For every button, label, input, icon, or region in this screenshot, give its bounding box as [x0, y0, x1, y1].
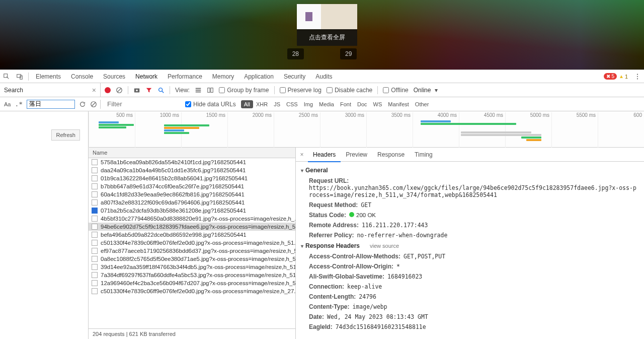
record-button[interactable] [105, 87, 111, 93]
warning-count-badge[interactable]: 1 [619, 74, 628, 80]
filter-icon[interactable] [145, 87, 152, 94]
waterfall-tick: 4000 ms [413, 112, 459, 148]
filter-toolbar: Aa .* Hide data URLs AllXHRJSCSSImgMedia… [0, 97, 644, 111]
group-by-frame-checkbox[interactable]: Group by frame [219, 87, 269, 94]
device-toggle-icon[interactable] [13, 70, 26, 83]
request-row[interactable]: 5758a1b6cea09ab826da554b2410f1cd.jpg?168… [89, 158, 295, 166]
waterfall-overview[interactable]: 500 ms1000 ms1500 ms2000 ms2500 ms3000 m… [89, 111, 644, 148]
request-row[interactable]: ef97ac877aeceb17190256836bdd6d37.jpg?x-o… [89, 247, 295, 255]
tab-network[interactable]: Network [130, 70, 163, 83]
request-name: befa496ab5d09a822dce0bd86592e998.jpg?168… [101, 232, 247, 238]
tab-performance[interactable]: Performance [163, 70, 207, 83]
page-dots: 28 29 [0, 48, 644, 59]
clear-icon[interactable] [116, 87, 123, 94]
hide-data-urls-checkbox[interactable]: Hide data URLs [185, 101, 236, 108]
request-row[interactable]: a807f3a2e883122f609c69da67964606.jpg?168… [89, 198, 295, 207]
filter-type-media[interactable]: Media [316, 100, 337, 108]
match-case-toggle[interactable]: Aa [4, 101, 11, 107]
filter-type-doc[interactable]: Doc [354, 100, 370, 108]
filter-type-xhr[interactable]: XHR [253, 100, 271, 108]
tab-audits[interactable]: Audits [310, 70, 337, 83]
request-name: ef97ac877aeceb17190256836bdd6d37.jpg?x-o… [101, 248, 295, 254]
throttling-select[interactable]: Online [414, 87, 438, 94]
svg-rect-11 [196, 90, 201, 91]
request-row[interactable]: 12a969460ef4c2ba3ce56b094f67d207.jpg?x-o… [89, 279, 295, 287]
request-row[interactable]: 01b9ca13622284e86415b2c88ab56041.jpg?168… [89, 174, 295, 182]
file-icon [92, 224, 98, 230]
request-row[interactable]: 4b5bf310c2779448650a0d8388820e91.jpg?x-o… [89, 215, 295, 223]
status-code-key: Status Code: [309, 212, 346, 219]
close-icon[interactable]: × [92, 86, 96, 94]
tab-console[interactable]: Console [66, 70, 98, 83]
regex-toggle[interactable]: .* [15, 100, 23, 108]
book-thumbnail [297, 4, 357, 29]
close-details-icon[interactable]: × [296, 151, 308, 158]
disable-cache-checkbox[interactable]: Disable cache [327, 87, 372, 94]
request-list: Name 5758a1b6cea09ab826da554b2410f1cd.jp… [89, 148, 296, 339]
svg-rect-14 [211, 88, 213, 92]
svg-point-4 [637, 76, 638, 77]
header-key: Access-Control-Allow-Origin: [309, 263, 393, 270]
filter-type-js[interactable]: JS [271, 100, 283, 108]
request-row[interactable]: 0a8ec1088f2c5765d5f50ee380d71ae5.jpg?x-o… [89, 255, 295, 263]
request-details: × HeadersPreviewResponseTiming General R… [296, 148, 644, 339]
error-count-badge[interactable]: ✖ 5 [604, 73, 617, 80]
request-row[interactable]: befa496ab5d09a822dce0bd86592e998.jpg?168… [89, 231, 295, 239]
filter-type-other[interactable]: Other [412, 100, 432, 108]
status-code-value: 200 OK [349, 212, 376, 219]
request-name: 071ba2b5ca2dcfa93db3b588e361208e.jpg?168… [101, 208, 246, 214]
tab-elements[interactable]: Elements [31, 70, 66, 83]
view-source-link[interactable]: view source [370, 243, 399, 249]
search-input[interactable] [27, 100, 75, 109]
header-key: Access-Control-Allow-Methods: [309, 253, 400, 260]
book-preview[interactable]: 点击查看全屏 [297, 4, 357, 43]
file-icon [92, 288, 98, 294]
offline-checkbox[interactable]: Offline [383, 87, 408, 94]
details-tab-timing[interactable]: Timing [410, 148, 438, 161]
request-row[interactable]: 071ba2b5ca2dcfa93db3b588e361208e.jpg?168… [89, 207, 295, 215]
request-row[interactable]: 39d14ee92aa359ff18f47663b34f4db5.jpg?x-o… [89, 263, 295, 271]
header-key: Connection: [309, 283, 344, 290]
view-frames-icon[interactable] [207, 87, 214, 94]
waterfall-tick: 5500 ms [551, 112, 598, 148]
screenshot-icon[interactable] [133, 87, 140, 94]
filter-type-css[interactable]: CSS [283, 100, 301, 108]
tab-memory[interactable]: Memory [207, 70, 239, 83]
waterfall-tick: 3000 ms [320, 112, 366, 148]
request-row[interactable]: b7bbb647a89e61d374cc6f0ea5c26f7e.jpg?168… [89, 182, 295, 190]
inspect-icon[interactable] [0, 70, 13, 83]
clear-search-icon[interactable] [90, 101, 97, 108]
devtools-tabs-row: ElementsConsoleSourcesNetworkPerformance… [0, 70, 644, 83]
filter-type-font[interactable]: Font [337, 100, 354, 108]
details-tab-headers[interactable]: Headers [308, 148, 341, 162]
svg-point-5 [637, 78, 638, 79]
section-response-headers[interactable]: Response Headersview source [296, 240, 644, 251]
tab-security[interactable]: Security [279, 70, 310, 83]
column-header-name[interactable]: Name [89, 148, 295, 158]
request-name: c501330f4e7839c06ff9e076fef2e0d0.jpg?x-o… [101, 288, 295, 294]
section-general[interactable]: General [296, 165, 644, 176]
tab-application[interactable]: Application [239, 70, 279, 83]
kebab-menu-icon[interactable] [631, 70, 644, 83]
request-row[interactable]: daa24a09ca1b0a4a49b5c01dd1e35fc6.jpg?168… [89, 166, 295, 174]
refresh-icon[interactable] [79, 101, 86, 108]
filter-type-img[interactable]: Img [301, 100, 316, 108]
details-tab-preview[interactable]: Preview [341, 148, 372, 161]
filter-type-manifest[interactable]: Manifest [385, 100, 412, 108]
fullscreen-tooltip: 点击查看全屏 [297, 29, 357, 46]
details-tab-response[interactable]: Response [372, 148, 410, 161]
request-row[interactable]: c501330f4e7839c06ff9e076fef2e0d0.jpg?x-o… [89, 239, 295, 247]
filter-type-all[interactable]: All [241, 100, 253, 108]
request-row[interactable]: 7a384df69297f637fa660ddfe4a5bc53.jpg?x-o… [89, 271, 295, 279]
search-icon[interactable] [157, 87, 165, 94]
request-row[interactable]: c501330f4e7839c06ff9e076fef2e0d0.jpg?x-o… [89, 287, 295, 295]
request-row[interactable]: 60a4c1fd82d33e9eaa9e9ec8662fb816.jpg?168… [89, 190, 295, 198]
file-icon [92, 232, 98, 238]
filter-type-ws[interactable]: WS [370, 100, 385, 108]
view-list-icon[interactable] [195, 87, 202, 94]
tab-sources[interactable]: Sources [98, 70, 130, 83]
preserve-log-checkbox[interactable]: Preserve log [280, 87, 321, 94]
request-row[interactable]: 94be6ce902d75c5f9c18283957fdaee6.jpg?x-o… [89, 223, 295, 231]
devtools-tabs: ElementsConsoleSourcesNetworkPerformance… [31, 70, 338, 83]
filter-input[interactable] [105, 100, 180, 109]
